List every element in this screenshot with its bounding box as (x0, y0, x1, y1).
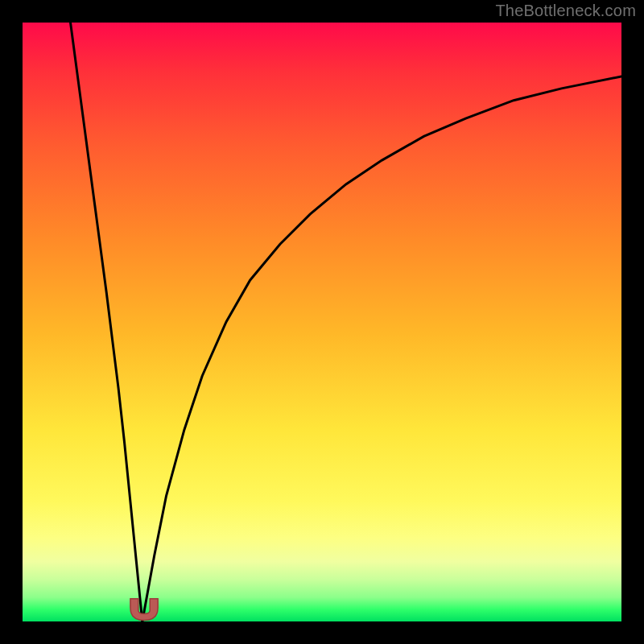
right-branch-path (142, 76, 621, 621)
watermark-text: TheBottleneck.com (495, 2, 636, 20)
left-branch-path (71, 23, 142, 621)
chart-stage: TheBottleneck.com (0, 0, 644, 644)
plot-area (23, 23, 621, 621)
curve-layer (23, 23, 621, 621)
